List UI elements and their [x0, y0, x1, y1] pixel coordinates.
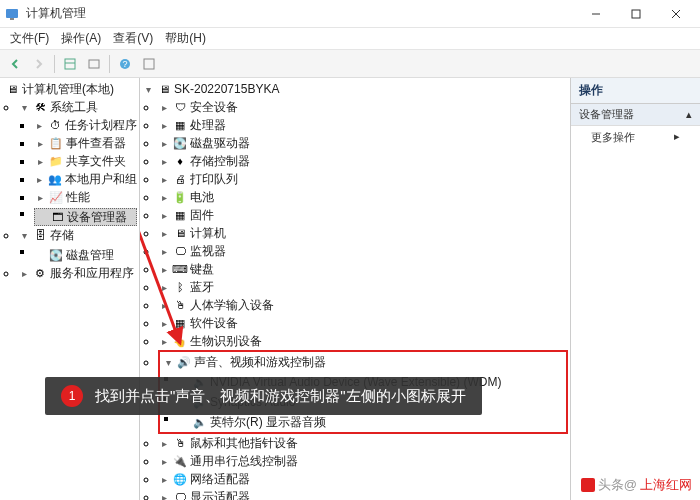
- expand-icon[interactable]: ▸: [158, 102, 170, 113]
- menu-action[interactable]: 操作(A): [55, 28, 107, 49]
- forward-button[interactable]: [28, 53, 50, 75]
- back-button[interactable]: [4, 53, 26, 75]
- expand-icon[interactable]: ▸: [158, 264, 170, 275]
- computer-icon: 🖥: [156, 81, 172, 97]
- collapse-icon[interactable]: ▾: [18, 102, 30, 113]
- expand-icon[interactable]: ▸: [34, 138, 46, 149]
- expand-icon[interactable]: ▸: [158, 318, 170, 329]
- window-title: 计算机管理: [26, 5, 576, 22]
- toolbar: ?: [0, 50, 700, 78]
- tree-services[interactable]: ▸ ⚙ 服务和应用程序: [18, 264, 137, 282]
- collapse-icon[interactable]: ▾: [162, 357, 174, 368]
- tree-device-manager[interactable]: 🗔设备管理器: [34, 208, 137, 226]
- maximize-button[interactable]: [616, 0, 656, 28]
- watermark-icon: [581, 478, 595, 492]
- expand-icon[interactable]: ▸: [158, 282, 170, 293]
- device-category[interactable]: ▸⌨键盘: [158, 260, 568, 278]
- expand-icon[interactable]: ▸: [34, 192, 46, 203]
- expand-icon[interactable]: ▸: [158, 438, 170, 449]
- expand-icon[interactable]: ▸: [34, 174, 46, 185]
- folder-icon: 📁: [48, 153, 64, 169]
- menu-view[interactable]: 查看(V): [107, 28, 159, 49]
- device-category[interactable]: ▸🔋电池: [158, 188, 568, 206]
- close-button[interactable]: [656, 0, 696, 28]
- device-audio-controller[interactable]: ▾🔊声音、视频和游戏控制器: [162, 353, 564, 371]
- device-icon: 🌐: [172, 471, 188, 487]
- chevron-up-icon[interactable]: ▴: [686, 108, 692, 121]
- left-tree-pane: 🖥 计算机管理(本地) ▾ 🛠 系统工具 ▸⏱任务计划程序 ▸📋事件查看器: [0, 78, 140, 500]
- device-audio-item[interactable]: 🔈英特尔(R) 显示器音频: [178, 413, 564, 431]
- tree-root-computer-management[interactable]: 🖥 计算机管理(本地): [2, 80, 137, 98]
- scheduler-icon: ⏱: [48, 117, 63, 133]
- collapse-icon[interactable]: ▾: [142, 84, 154, 95]
- actions-sub[interactable]: 设备管理器 ▴: [571, 104, 700, 126]
- expand-icon[interactable]: ▸: [158, 246, 170, 257]
- device-category[interactable]: ▸▦处理器: [158, 116, 568, 134]
- refresh-button[interactable]: [138, 53, 160, 75]
- collapse-icon[interactable]: ▾: [18, 230, 30, 241]
- expand-icon[interactable]: ▸: [18, 268, 30, 279]
- device-category[interactable]: ▸🌐网络适配器: [158, 470, 568, 488]
- device-category[interactable]: ▸🛡安全设备: [158, 98, 568, 116]
- show-button[interactable]: [59, 53, 81, 75]
- expand-icon[interactable]: ▸: [158, 192, 170, 203]
- device-category[interactable]: ▸ᛒ蓝牙: [158, 278, 568, 296]
- tools-icon: 🛠: [32, 99, 48, 115]
- speaker-icon: 🔈: [192, 414, 208, 430]
- device-icon: 🔌: [172, 453, 188, 469]
- device-icon: ▦: [172, 315, 188, 331]
- tree-storage[interactable]: ▾ 🗄 存储: [18, 226, 137, 244]
- tree-system-tools[interactable]: ▾ 🛠 系统工具: [18, 98, 137, 116]
- expand-icon[interactable]: ▸: [158, 210, 170, 221]
- device-category[interactable]: ▸▦软件设备: [158, 314, 568, 332]
- menu-file[interactable]: 文件(F): [4, 28, 55, 49]
- tree-event-viewer[interactable]: ▸📋事件查看器: [34, 134, 137, 152]
- device-icon: ⌨: [172, 261, 188, 277]
- expand-icon[interactable]: ▸: [158, 336, 170, 347]
- expand-icon[interactable]: ▸: [34, 120, 46, 131]
- computer-icon: 🖥: [4, 81, 20, 97]
- device-category[interactable]: ▸🖥计算机: [158, 224, 568, 242]
- menubar: 文件(F) 操作(A) 查看(V) 帮助(H): [0, 28, 700, 50]
- expand-icon[interactable]: ▸: [158, 492, 170, 501]
- device-category[interactable]: ▸🖵显示适配器: [158, 488, 568, 500]
- device-category[interactable]: ▸🖨打印队列: [158, 170, 568, 188]
- device-category[interactable]: ▸🖱人体学输入设备: [158, 296, 568, 314]
- expand-icon[interactable]: ▸: [158, 156, 170, 167]
- device-category[interactable]: ▸🔌通用串行总线控制器: [158, 452, 568, 470]
- expand-icon[interactable]: ▸: [34, 156, 46, 167]
- tree-local-users[interactable]: ▸👥本地用户和组: [34, 170, 137, 188]
- expand-icon[interactable]: ▸: [158, 120, 170, 131]
- device-category[interactable]: ▸👆生物识别设备: [158, 332, 568, 350]
- tree-disk-management[interactable]: 💽磁盘管理: [34, 246, 137, 264]
- svg-rect-8: [89, 60, 99, 68]
- actions-more[interactable]: 更多操作 ▸: [571, 126, 700, 149]
- device-icon: ᛒ: [172, 279, 188, 295]
- users-icon: 👥: [48, 171, 63, 187]
- svg-rect-0: [6, 9, 18, 18]
- tree-shared-folders[interactable]: ▸📁共享文件夹: [34, 152, 137, 170]
- tree-task-scheduler[interactable]: ▸⏱任务计划程序: [34, 116, 137, 134]
- storage-icon: 🗄: [32, 227, 48, 243]
- tree-performance[interactable]: ▸📈性能: [34, 188, 137, 206]
- device-icon: ▦: [172, 117, 188, 133]
- device-icon: 🛡: [172, 99, 188, 115]
- expand-icon[interactable]: ▸: [158, 474, 170, 485]
- device-root[interactable]: ▾ 🖥 SK-20220715BYKA: [142, 80, 568, 98]
- device-icon: 🖱: [172, 297, 188, 313]
- details-button[interactable]: [83, 53, 105, 75]
- device-category[interactable]: ▸🖵监视器: [158, 242, 568, 260]
- expand-icon[interactable]: ▸: [158, 174, 170, 185]
- menu-help[interactable]: 帮助(H): [159, 28, 212, 49]
- expand-icon[interactable]: ▸: [158, 456, 170, 467]
- device-category[interactable]: ▸💽磁盘驱动器: [158, 134, 568, 152]
- expand-icon[interactable]: ▸: [158, 300, 170, 311]
- device-category[interactable]: ▸♦存储控制器: [158, 152, 568, 170]
- expand-icon[interactable]: ▸: [158, 228, 170, 239]
- help-button[interactable]: ?: [114, 53, 136, 75]
- watermark: 头条@上海红网: [581, 476, 692, 494]
- expand-icon[interactable]: ▸: [158, 138, 170, 149]
- device-category[interactable]: ▸🖱鼠标和其他指针设备: [158, 434, 568, 452]
- minimize-button[interactable]: [576, 0, 616, 28]
- device-category[interactable]: ▸▦固件: [158, 206, 568, 224]
